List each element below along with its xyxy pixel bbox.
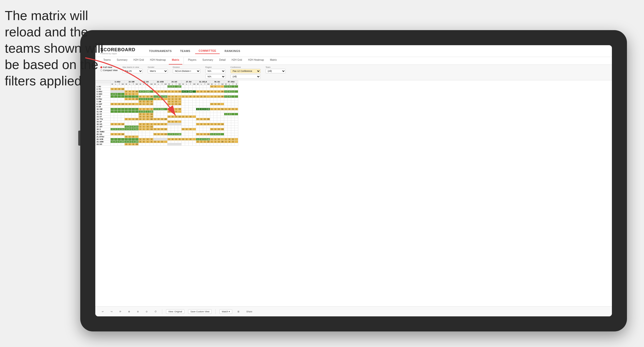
cell-8-8-t <box>231 105 235 108</box>
nav-tournaments[interactable]: TOURNAMENTS <box>145 48 175 54</box>
cell-16-7-dif <box>221 126 224 128</box>
cell-13-6-w: 0 <box>196 118 200 121</box>
cell-3-6-w <box>196 93 200 95</box>
uu-t: T <box>217 83 221 85</box>
cell-9-5-w <box>181 108 185 110</box>
ua-dif: Dif <box>150 83 153 85</box>
gender-select[interactable]: Men's Women's <box>148 69 168 73</box>
subnav-matrix2[interactable]: Matrix <box>267 57 280 65</box>
team-group: Team (All) <box>266 66 286 73</box>
redo-btn[interactable]: ↪ <box>109 310 114 314</box>
cell-15-2-t: 0 <box>146 123 150 126</box>
cell-6-0-l <box>114 100 118 103</box>
nav-committee[interactable]: COMMITTEE <box>195 48 220 54</box>
cell-7-2-w: 0 <box>139 103 142 105</box>
cell-18-8-t <box>231 131 235 133</box>
cell-11-0-t <box>118 113 121 115</box>
cell-22-8-dif <box>235 141 238 143</box>
region-select[interactable]: N/A (All) <box>205 69 225 73</box>
cell-21-5-dif <box>193 138 196 141</box>
cell-5-1-t: 0 <box>132 98 135 100</box>
cell-5-8-l <box>228 98 231 100</box>
cell-15-2-l: 2 <box>142 123 146 126</box>
cell-8-1-w <box>125 105 128 108</box>
subnav-summary2[interactable]: Summary <box>199 57 216 65</box>
subnav-detail[interactable]: Detail <box>216 57 229 65</box>
view-original-btn[interactable]: View: Original <box>166 309 184 314</box>
cell-9-3-w: 3 <box>153 108 157 110</box>
cell-20-4-t <box>174 136 178 138</box>
cell-20-8-dif <box>235 136 238 138</box>
subnav-matrix[interactable]: Matrix <box>169 57 182 65</box>
nav-teams[interactable]: TEAMS <box>177 48 194 54</box>
ucla-l: L <box>200 83 203 85</box>
cell-8-2-l <box>142 105 146 108</box>
cell-3-0-dif <box>121 93 125 95</box>
cell-14-6-w <box>196 121 200 123</box>
subnav-h2h-grid2[interactable]: H2H Grid <box>228 57 245 65</box>
save-custom-btn[interactable]: Save Custom View <box>188 309 212 314</box>
cell-15-0-t: 0 <box>118 123 121 126</box>
group-btn[interactable]: ⊞ <box>236 310 241 314</box>
cell-14-2-t <box>146 121 150 123</box>
cell-9-4-t: 1 <box>174 108 178 110</box>
conference-select[interactable]: Pac-12 Conference (All) <box>230 69 261 73</box>
fit-btn[interactable]: ⊙ <box>144 310 149 314</box>
team-label-cell: 3. ASU <box>96 90 111 93</box>
conference-select2[interactable]: (All) <box>230 74 261 79</box>
cell-21-5-t: 0 <box>188 138 193 141</box>
watch-btn[interactable]: Watch ▾ <box>219 309 232 314</box>
cell-13-6-dif: 29 <box>207 118 210 121</box>
cell-21-0-w <box>111 138 114 141</box>
subnav-players[interactable]: Players <box>185 57 199 65</box>
cell-14-5-dif <box>193 121 196 123</box>
cell-6-3-dif <box>164 100 167 103</box>
division-select[interactable]: NCAA Division I NCAA Division II <box>173 69 200 73</box>
cell-10-1-l <box>128 110 132 113</box>
timer-btn[interactable]: ⏱ <box>153 310 158 314</box>
cell-18-6-w <box>196 131 200 133</box>
cell-7-6-t <box>203 103 207 105</box>
matrix-area[interactable]: 3. ASU 10. UW 11. UA 22. UCB 24. UO 27. … <box>95 80 612 311</box>
undo-btn[interactable]: ↩ <box>100 310 105 314</box>
cell-16-1-dif: 11 <box>135 126 139 128</box>
cell-2-2-l: 0 <box>142 90 146 93</box>
cell-16-8-w <box>224 126 228 128</box>
cell-7-0-l: 1 <box>114 103 118 105</box>
cell-1-1-w <box>125 88 128 90</box>
su-dif: Dif <box>193 83 196 85</box>
cell-18-2-l <box>142 131 146 133</box>
cell-19-3-w: 0 <box>153 133 157 136</box>
cell-23-7-dif <box>221 143 224 146</box>
subnav-summary[interactable]: Summary <box>114 57 130 65</box>
cell-3-5-w <box>181 93 185 95</box>
region-select2[interactable]: N/A <box>205 74 225 79</box>
cell-14-1-t <box>132 121 135 123</box>
cell-8-2-w <box>139 105 142 108</box>
zoom-in-btn[interactable]: ⊕ <box>127 310 132 314</box>
cell-6-5-t <box>188 100 193 103</box>
cell-15-1-l <box>128 123 132 126</box>
subnav-h2h-heatmap2[interactable]: H2H Heatmap <box>245 57 267 65</box>
subnav-h2h-heatmap[interactable]: H2H Heatmap <box>147 57 169 65</box>
cell-7-0-dif: 14 <box>121 103 125 105</box>
team-label-cell: 10. UW <box>96 108 111 110</box>
zoom-out-btn[interactable]: ⊖ <box>135 310 140 314</box>
team-select[interactable]: (All) <box>266 69 286 73</box>
max-teams-select[interactable]: Top 25 Top 50 All <box>123 69 143 73</box>
share-btn[interactable]: Share <box>245 310 254 314</box>
cell-20-7-dif <box>221 136 224 138</box>
cell-9-0-w <box>111 108 114 110</box>
cell-8-5-l <box>185 105 188 108</box>
cell-0-1-t <box>132 85 135 88</box>
refresh-btn[interactable]: ⟳ <box>118 310 123 314</box>
nav-rankings[interactable]: RANKINGS <box>221 48 244 54</box>
subnav-h2h-grid[interactable]: H2H Grid <box>130 57 147 65</box>
cell-23-8-w <box>224 143 228 146</box>
cell-7-3-l <box>157 103 160 105</box>
cell-9-5-dif <box>193 108 196 110</box>
table-row: 12. UV0101810 <box>96 113 238 115</box>
cell-9-2-dif: 1 <box>150 108 153 110</box>
cell-16-4-dif <box>178 126 181 128</box>
cell-21-3-dif <box>164 138 167 141</box>
